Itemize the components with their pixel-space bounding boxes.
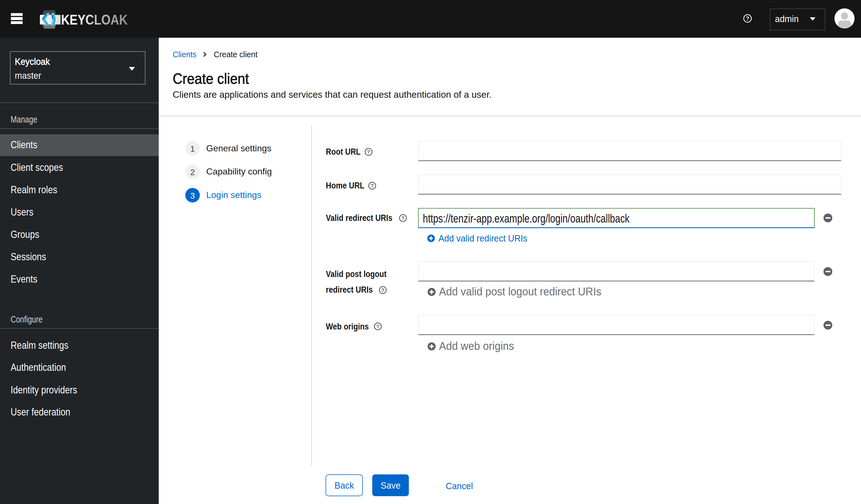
svg-text:?: ? — [367, 149, 370, 155]
svg-text:?: ? — [371, 183, 374, 188]
svg-text:KEYCLOAK: KEYCLOAK — [61, 12, 128, 27]
svg-text:?: ? — [746, 15, 749, 22]
svg-text:?: ? — [401, 215, 405, 221]
svg-text:?: ? — [376, 324, 379, 330]
svg-text:?: ? — [381, 287, 384, 293]
